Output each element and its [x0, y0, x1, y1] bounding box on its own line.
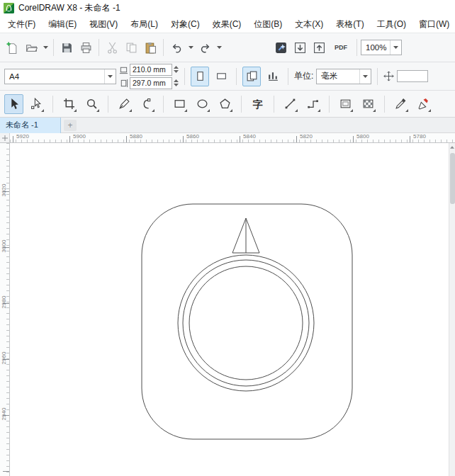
ruler-v-label: 3000 — [1, 236, 7, 257]
new-document-button[interactable] — [3, 38, 21, 57]
import-button[interactable] — [291, 38, 309, 57]
zoom-level-combobox[interactable]: 100% — [361, 40, 402, 55]
separator — [99, 39, 99, 56]
current-page-button[interactable] — [264, 67, 282, 86]
portrait-orientation-button[interactable] — [191, 67, 209, 86]
page-height-stepper[interactable] — [174, 79, 179, 86]
page-dimensions: 210.0 mm 297.0 mm — [119, 64, 179, 89]
menu-window[interactable]: 窗口(W) — [412, 16, 455, 33]
menu-view[interactable]: 视图(V) — [83, 16, 124, 33]
freehand-tool[interactable] — [115, 94, 134, 114]
paste-button[interactable] — [141, 38, 159, 57]
ruler-h-label: 5840 — [243, 133, 256, 140]
save-button[interactable] — [57, 38, 76, 57]
scroll-up-button[interactable] — [449, 143, 455, 152]
undo-dropdown[interactable] — [186, 38, 195, 57]
horizontal-ruler[interactable]: 59205900588058605840582058005780 — [10, 133, 455, 143]
app-launcher-icon — [275, 42, 287, 54]
app-launcher-button[interactable] — [271, 38, 290, 57]
property-bar: A4 210.0 mm 297.0 mm — [0, 62, 455, 91]
vertical-scrollbar[interactable] — [449, 143, 455, 476]
menu-bitmaps[interactable]: 位图(B) — [247, 16, 288, 33]
rectangle-tool-icon — [174, 98, 186, 110]
drawing-canvas[interactable]: 30203000298029602940 — [0, 143, 455, 476]
export-button[interactable] — [310, 38, 328, 57]
document-tab-label: 未命名 -1 — [6, 120, 38, 130]
ruler-v-label: 2960 — [1, 348, 7, 369]
ruler-origin-button[interactable] — [0, 133, 10, 143]
open-button[interactable] — [22, 38, 40, 57]
connector-tool[interactable] — [303, 94, 322, 114]
separator — [377, 68, 378, 85]
separator — [356, 39, 357, 56]
standard-toolbar: PDF 100% — [0, 33, 455, 62]
text-tool[interactable]: 字 — [248, 94, 267, 114]
ellipse-tool[interactable] — [193, 94, 212, 114]
freehand-tool-icon — [118, 98, 130, 110]
zoom-tool[interactable] — [82, 94, 101, 114]
polygon-tool[interactable] — [215, 94, 235, 114]
ruler-v-label: 2940 — [1, 404, 7, 425]
print-button[interactable] — [77, 38, 95, 57]
toolbox: 字 — [0, 91, 455, 118]
separator — [108, 96, 108, 113]
units-label: 单位: — [294, 70, 313, 82]
pick-tool[interactable] — [4, 94, 23, 114]
scrollbar-thumb[interactable] — [450, 153, 455, 204]
zoom-level-value: 100% — [361, 43, 390, 52]
eyedropper-tool[interactable] — [391, 94, 410, 114]
page-width-stepper[interactable] — [174, 66, 179, 73]
page-size-preset-combobox[interactable]: A4 — [4, 69, 116, 84]
page-size-preset-value: A4 — [5, 72, 104, 81]
ellipse-tool-icon — [196, 98, 208, 110]
redo-dropdown[interactable] — [215, 38, 223, 57]
vertical-ruler[interactable]: 30203000298029602940 — [0, 143, 10, 476]
import-icon — [294, 42, 306, 54]
menu-table[interactable]: 表格(T) — [330, 16, 370, 33]
pdf-label: PDF — [335, 44, 347, 51]
transparency-tool[interactable] — [359, 94, 378, 114]
menu-effects[interactable]: 效果(C) — [206, 16, 248, 33]
menu-text[interactable]: 文本(X) — [288, 16, 330, 33]
outline-pen-tool[interactable] — [414, 94, 433, 114]
bezier-tool[interactable] — [137, 94, 157, 114]
undo-button[interactable] — [167, 38, 186, 57]
menu-edit[interactable]: 编辑(E) — [42, 16, 83, 33]
bezier-tool-icon — [141, 98, 153, 110]
publish-pdf-button[interactable]: PDF — [329, 38, 353, 57]
menu-object[interactable]: 对象(C) — [164, 16, 206, 33]
menu-file[interactable]: 文件(F) — [1, 16, 42, 33]
redo-button[interactable] — [196, 38, 214, 57]
rectangle-tool[interactable] — [170, 94, 189, 114]
ruler-h-label: 5880 — [130, 133, 142, 140]
units-combobox[interactable]: 毫米 — [316, 69, 371, 84]
dimension-line-tool[interactable] — [281, 94, 300, 114]
save-icon — [61, 42, 73, 54]
page-height-field[interactable]: 297.0 mm — [130, 77, 172, 89]
interactive-fill-tool[interactable] — [336, 94, 355, 114]
cut-icon — [106, 42, 118, 54]
shape-tool-icon — [30, 98, 43, 110]
page-drawing[interactable] — [0, 143, 455, 476]
copy-button — [122, 38, 140, 57]
menu-tools[interactable]: 工具(O) — [371, 16, 412, 33]
new-tab-button[interactable]: + — [64, 120, 77, 131]
cut-button — [103, 38, 121, 57]
document-tab[interactable]: 未命名 -1 — [0, 118, 61, 133]
document-tab-bar: 未命名 -1 + — [0, 118, 455, 133]
chevron-down-icon — [217, 46, 222, 49]
text-tool-label: 字 — [253, 99, 263, 109]
page-width-field[interactable]: 210.0 mm — [130, 64, 172, 76]
open-dropdown[interactable] — [41, 38, 50, 57]
connector-tool-icon — [307, 98, 319, 110]
shape-tool[interactable] — [27, 94, 46, 114]
undo-icon — [171, 42, 183, 54]
ruler-h-label: 5780 — [413, 133, 426, 140]
separator — [52, 96, 53, 113]
all-pages-button[interactable] — [242, 67, 261, 86]
separator — [274, 96, 274, 113]
landscape-orientation-button[interactable] — [212, 67, 230, 86]
nudge-offset-field[interactable] — [397, 70, 428, 82]
crop-tool[interactable] — [60, 94, 79, 114]
menu-layout[interactable]: 布局(L) — [124, 16, 164, 33]
